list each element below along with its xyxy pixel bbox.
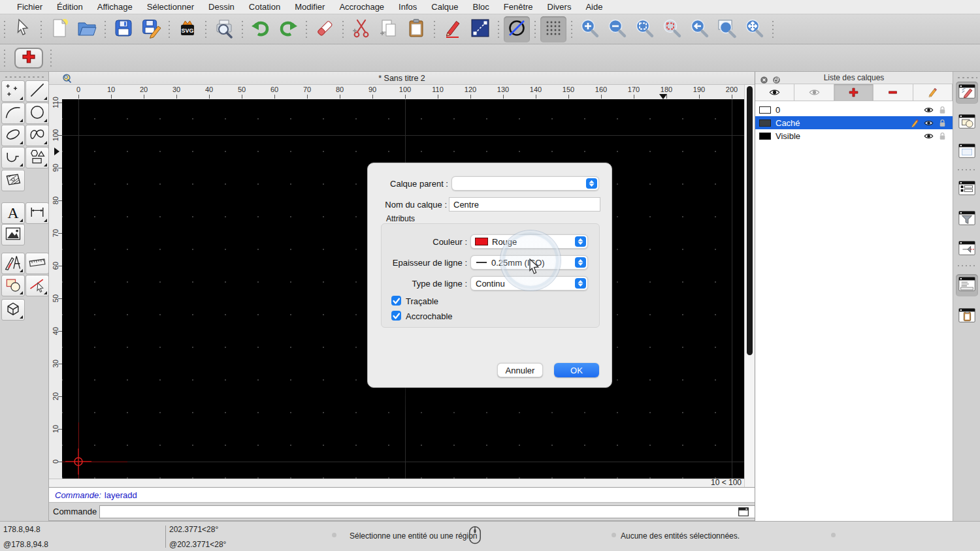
- parent-layer-label: Calque parent :: [383, 179, 448, 189]
- eye-icon[interactable]: [924, 131, 934, 141]
- save-button[interactable]: [110, 16, 137, 42]
- stepper-icon[interactable]: [575, 236, 586, 247]
- command-window-toggle-button[interactable]: [956, 274, 978, 296]
- tool-text-button[interactable]: A: [1, 202, 25, 224]
- menu-item-modifier[interactable]: Modifier: [287, 0, 332, 14]
- tool-line-button[interactable]: [25, 80, 49, 102]
- tool-dimension-button[interactable]: [25, 202, 49, 224]
- circle-slash-button[interactable]: [504, 16, 530, 42]
- zoom-previous-button[interactable]: [687, 16, 713, 42]
- file-new-button[interactable]: [46, 16, 73, 42]
- command-window-toggle-icon[interactable]: [738, 506, 749, 518]
- tool-polyline-button[interactable]: [1, 147, 25, 168]
- pen-edit-button[interactable]: [440, 16, 466, 42]
- document-title-bar[interactable]: * Sans titre 2: [49, 72, 755, 85]
- menu-item-accrochage[interactable]: Accrochage: [332, 0, 391, 14]
- stepper-icon[interactable]: [586, 178, 597, 189]
- tool-shapes-button[interactable]: [25, 147, 49, 168]
- blocks-window-toggle-button[interactable]: [956, 112, 978, 134]
- minus-red-icon: [887, 87, 898, 98]
- layers-window-toggle-button[interactable]: [956, 82, 978, 104]
- show-all-layers-button[interactable]: [755, 84, 794, 101]
- menu-item-fenetre[interactable]: Fenêtre: [497, 0, 540, 14]
- ruler-label: 20: [140, 86, 148, 93]
- parent-layer-combo[interactable]: [451, 176, 599, 191]
- lock-icon[interactable]: [938, 105, 947, 115]
- zoom-out-button[interactable]: [604, 16, 630, 42]
- tool-arc-button[interactable]: [1, 102, 25, 124]
- tools-window-toggle-button[interactable]: [956, 238, 978, 260]
- tool-points-button[interactable]: [1, 80, 25, 102]
- menu-item-cotation[interactable]: Cotation: [242, 0, 287, 14]
- tool-cube-button[interactable]: [1, 299, 25, 321]
- scrollbar-thumb[interactable]: [747, 86, 753, 355]
- menu-item-fichier[interactable]: Fichier: [10, 0, 50, 14]
- tool-hatch-button[interactable]: [1, 170, 25, 191]
- tool-select-entity-button[interactable]: [25, 275, 49, 296]
- redo-button[interactable]: [275, 16, 301, 42]
- clipboard-window-toggle-button[interactable]: [956, 306, 978, 328]
- ruler-label: 90: [368, 86, 376, 93]
- svg-export-button[interactable]: SVG: [174, 16, 201, 42]
- add-layer-button[interactable]: [834, 84, 874, 101]
- tool-spline-button[interactable]: [25, 125, 49, 146]
- layer-name-field[interactable]: Centre: [449, 197, 600, 212]
- menu-item-selectionner[interactable]: Sélectionner: [140, 0, 201, 14]
- undo-button[interactable]: [248, 16, 274, 42]
- layer-row-cache[interactable]: Caché: [755, 116, 953, 129]
- layer-row-0[interactable]: 0: [755, 103, 953, 116]
- library-window-toggle-button[interactable]: [956, 141, 978, 163]
- menu-item-edition[interactable]: Édition: [50, 0, 90, 14]
- add-pen-button[interactable]: [14, 48, 43, 69]
- tool-modify-button[interactable]: [1, 275, 25, 296]
- zoom-pan-button[interactable]: [742, 16, 768, 42]
- cancel-button[interactable]: Annuler: [497, 363, 543, 377]
- grid-button[interactable]: [540, 16, 566, 42]
- cursor-button[interactable]: [10, 16, 36, 42]
- stepper-icon[interactable]: [575, 257, 586, 268]
- cut-button[interactable]: [348, 16, 374, 42]
- filter-window-toggle-button[interactable]: [956, 208, 978, 230]
- eye-icon[interactable]: [924, 105, 934, 115]
- menu-item-aide[interactable]: Aide: [578, 0, 610, 14]
- tool-circle-button[interactable]: [25, 102, 49, 124]
- list-window-toggle-button[interactable]: [956, 178, 978, 200]
- menu-item-bloc[interactable]: Bloc: [465, 0, 496, 14]
- tool-image-button[interactable]: [1, 224, 25, 245]
- command-input[interactable]: [99, 505, 785, 518]
- remove-layer-button[interactable]: [874, 84, 913, 101]
- tool-draw-tools-button[interactable]: [1, 253, 25, 274]
- line-type-label: Type de ligne :: [389, 279, 467, 289]
- ok-button[interactable]: OK: [554, 363, 599, 377]
- save-as-button[interactable]: [138, 16, 164, 42]
- menu-item-affichage[interactable]: Affichage: [90, 0, 140, 14]
- menu-item-calque[interactable]: Calque: [424, 0, 465, 14]
- copy-button[interactable]: [376, 16, 402, 42]
- attributes-group-label: Attributs: [386, 214, 415, 223]
- menu-item-dessin[interactable]: Dessin: [201, 0, 242, 14]
- stepper-icon[interactable]: [575, 278, 586, 289]
- folder-open-button[interactable]: [74, 16, 100, 42]
- edit-layer-button[interactable]: [913, 84, 953, 101]
- zoom-in-button[interactable]: [577, 16, 603, 42]
- zoom-auto-button[interactable]: [632, 16, 658, 42]
- printable-checkbox[interactable]: [391, 296, 401, 306]
- print-preview-button[interactable]: [211, 16, 237, 42]
- layer-row-visible[interactable]: Visible: [755, 129, 953, 142]
- line-draw-button[interactable]: [467, 16, 493, 42]
- hide-all-layers-button[interactable]: [794, 84, 834, 101]
- eye-icon[interactable]: [924, 118, 934, 128]
- zoom-select-button[interactable]: [659, 16, 685, 42]
- lock-icon[interactable]: [938, 118, 947, 128]
- snappable-checkbox[interactable]: [391, 311, 401, 321]
- layer-name: Caché: [776, 118, 800, 128]
- tool-measure-button[interactable]: [25, 253, 49, 274]
- zoom-window-button[interactable]: [714, 16, 740, 42]
- menu-item-infos[interactable]: Infos: [391, 0, 424, 14]
- menu-item-divers[interactable]: Divers: [540, 0, 579, 14]
- eraser-button[interactable]: [312, 16, 338, 42]
- paste-button[interactable]: [403, 16, 429, 42]
- tool-ellipse-button[interactable]: [1, 125, 25, 146]
- lock-icon[interactable]: [938, 131, 947, 141]
- vertical-scrollbar[interactable]: [744, 85, 755, 487]
